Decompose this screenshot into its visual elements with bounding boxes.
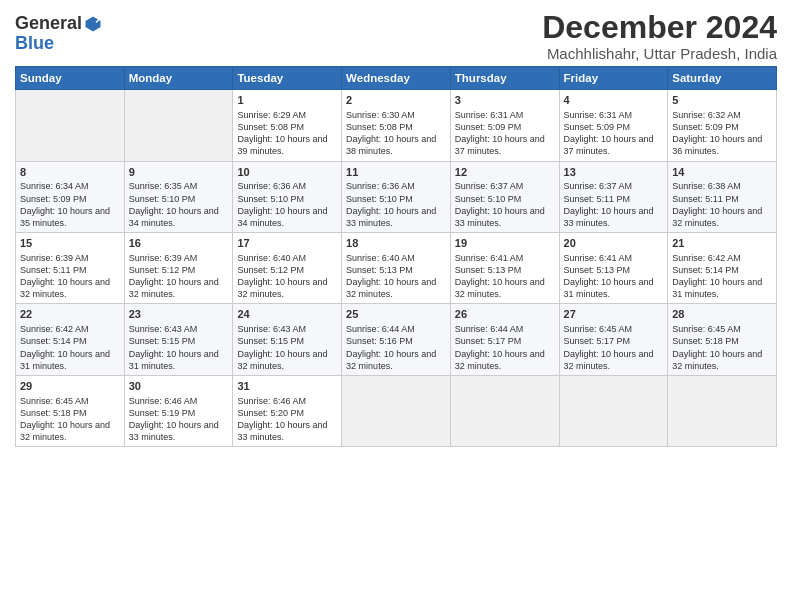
day-info: Sunrise: 6:41 AMSunset: 5:13 PMDaylight:… <box>564 253 654 299</box>
calendar-cell: 8Sunrise: 6:34 AMSunset: 5:09 PMDaylight… <box>16 161 125 232</box>
page-container: General Blue December 2024 Machhlishahr,… <box>0 0 792 455</box>
header: General Blue December 2024 Machhlishahr,… <box>15 10 777 62</box>
day-info: Sunrise: 6:43 AMSunset: 5:15 PMDaylight:… <box>237 324 327 370</box>
day-info: Sunrise: 6:40 AMSunset: 5:13 PMDaylight:… <box>346 253 436 299</box>
day-number: 22 <box>20 307 120 322</box>
day-number: 21 <box>672 236 772 251</box>
day-number: 17 <box>237 236 337 251</box>
day-number: 24 <box>237 307 337 322</box>
calendar-cell: 12Sunrise: 6:37 AMSunset: 5:10 PMDayligh… <box>450 161 559 232</box>
day-number: 12 <box>455 165 555 180</box>
calendar-cell: 9Sunrise: 6:35 AMSunset: 5:10 PMDaylight… <box>124 161 233 232</box>
calendar-cell: 19Sunrise: 6:41 AMSunset: 5:13 PMDayligh… <box>450 233 559 304</box>
calendar-cell <box>559 375 668 446</box>
day-number: 9 <box>129 165 229 180</box>
day-info: Sunrise: 6:31 AMSunset: 5:09 PMDaylight:… <box>455 110 545 156</box>
day-info: Sunrise: 6:45 AMSunset: 5:18 PMDaylight:… <box>20 396 110 442</box>
day-number: 23 <box>129 307 229 322</box>
calendar-cell: 23Sunrise: 6:43 AMSunset: 5:15 PMDayligh… <box>124 304 233 375</box>
day-number: 20 <box>564 236 664 251</box>
day-info: Sunrise: 6:41 AMSunset: 5:13 PMDaylight:… <box>455 253 545 299</box>
day-number: 3 <box>455 93 555 108</box>
col-friday: Friday <box>559 67 668 90</box>
day-info: Sunrise: 6:43 AMSunset: 5:15 PMDaylight:… <box>129 324 219 370</box>
calendar-cell: 4Sunrise: 6:31 AMSunset: 5:09 PMDaylight… <box>559 90 668 161</box>
title-block: December 2024 Machhlishahr, Uttar Prades… <box>542 10 777 62</box>
day-info: Sunrise: 6:37 AMSunset: 5:10 PMDaylight:… <box>455 181 545 227</box>
day-info: Sunrise: 6:37 AMSunset: 5:11 PMDaylight:… <box>564 181 654 227</box>
calendar-week-row: 8Sunrise: 6:34 AMSunset: 5:09 PMDaylight… <box>16 161 777 232</box>
day-info: Sunrise: 6:46 AMSunset: 5:19 PMDaylight:… <box>129 396 219 442</box>
subtitle: Machhlishahr, Uttar Pradesh, India <box>542 45 777 62</box>
day-info: Sunrise: 6:36 AMSunset: 5:10 PMDaylight:… <box>237 181 327 227</box>
calendar-cell <box>342 375 451 446</box>
day-info: Sunrise: 6:42 AMSunset: 5:14 PMDaylight:… <box>672 253 762 299</box>
day-number: 15 <box>20 236 120 251</box>
calendar-cell: 25Sunrise: 6:44 AMSunset: 5:16 PMDayligh… <box>342 304 451 375</box>
col-sunday: Sunday <box>16 67 125 90</box>
calendar-cell: 3Sunrise: 6:31 AMSunset: 5:09 PMDaylight… <box>450 90 559 161</box>
calendar-cell: 20Sunrise: 6:41 AMSunset: 5:13 PMDayligh… <box>559 233 668 304</box>
calendar-table: Sunday Monday Tuesday Wednesday Thursday… <box>15 66 777 447</box>
calendar-cell: 13Sunrise: 6:37 AMSunset: 5:11 PMDayligh… <box>559 161 668 232</box>
col-thursday: Thursday <box>450 67 559 90</box>
logo-text-blue: Blue <box>15 34 102 54</box>
calendar-cell: 31Sunrise: 6:46 AMSunset: 5:20 PMDayligh… <box>233 375 342 446</box>
calendar-cell: 11Sunrise: 6:36 AMSunset: 5:10 PMDayligh… <box>342 161 451 232</box>
day-number: 29 <box>20 379 120 394</box>
calendar-cell: 2Sunrise: 6:30 AMSunset: 5:08 PMDaylight… <box>342 90 451 161</box>
calendar-cell: 17Sunrise: 6:40 AMSunset: 5:12 PMDayligh… <box>233 233 342 304</box>
calendar-cell: 29Sunrise: 6:45 AMSunset: 5:18 PMDayligh… <box>16 375 125 446</box>
calendar-cell: 21Sunrise: 6:42 AMSunset: 5:14 PMDayligh… <box>668 233 777 304</box>
logo-text-general: General <box>15 14 82 34</box>
day-number: 8 <box>20 165 120 180</box>
day-info: Sunrise: 6:31 AMSunset: 5:09 PMDaylight:… <box>564 110 654 156</box>
calendar-cell <box>668 375 777 446</box>
calendar-cell: 5Sunrise: 6:32 AMSunset: 5:09 PMDaylight… <box>668 90 777 161</box>
day-info: Sunrise: 6:42 AMSunset: 5:14 PMDaylight:… <box>20 324 110 370</box>
day-number: 2 <box>346 93 446 108</box>
calendar-cell: 26Sunrise: 6:44 AMSunset: 5:17 PMDayligh… <box>450 304 559 375</box>
day-info: Sunrise: 6:44 AMSunset: 5:16 PMDaylight:… <box>346 324 436 370</box>
day-number: 28 <box>672 307 772 322</box>
day-number: 31 <box>237 379 337 394</box>
day-number: 19 <box>455 236 555 251</box>
calendar-cell: 30Sunrise: 6:46 AMSunset: 5:19 PMDayligh… <box>124 375 233 446</box>
day-number: 26 <box>455 307 555 322</box>
day-info: Sunrise: 6:32 AMSunset: 5:09 PMDaylight:… <box>672 110 762 156</box>
calendar-cell: 22Sunrise: 6:42 AMSunset: 5:14 PMDayligh… <box>16 304 125 375</box>
calendar-cell: 24Sunrise: 6:43 AMSunset: 5:15 PMDayligh… <box>233 304 342 375</box>
calendar-cell: 10Sunrise: 6:36 AMSunset: 5:10 PMDayligh… <box>233 161 342 232</box>
calendar-header-row: Sunday Monday Tuesday Wednesday Thursday… <box>16 67 777 90</box>
day-info: Sunrise: 6:30 AMSunset: 5:08 PMDaylight:… <box>346 110 436 156</box>
day-number: 30 <box>129 379 229 394</box>
calendar-cell: 28Sunrise: 6:45 AMSunset: 5:18 PMDayligh… <box>668 304 777 375</box>
calendar-cell: 1Sunrise: 6:29 AMSunset: 5:08 PMDaylight… <box>233 90 342 161</box>
day-number: 5 <box>672 93 772 108</box>
day-info: Sunrise: 6:34 AMSunset: 5:09 PMDaylight:… <box>20 181 110 227</box>
day-info: Sunrise: 6:44 AMSunset: 5:17 PMDaylight:… <box>455 324 545 370</box>
calendar-week-row: 22Sunrise: 6:42 AMSunset: 5:14 PMDayligh… <box>16 304 777 375</box>
day-number: 1 <box>237 93 337 108</box>
col-monday: Monday <box>124 67 233 90</box>
day-number: 14 <box>672 165 772 180</box>
day-number: 27 <box>564 307 664 322</box>
day-number: 25 <box>346 307 446 322</box>
day-number: 11 <box>346 165 446 180</box>
day-number: 4 <box>564 93 664 108</box>
day-info: Sunrise: 6:46 AMSunset: 5:20 PMDaylight:… <box>237 396 327 442</box>
calendar-week-row: 1Sunrise: 6:29 AMSunset: 5:08 PMDaylight… <box>16 90 777 161</box>
calendar-cell <box>16 90 125 161</box>
calendar-cell: 16Sunrise: 6:39 AMSunset: 5:12 PMDayligh… <box>124 233 233 304</box>
day-number: 13 <box>564 165 664 180</box>
calendar-week-row: 29Sunrise: 6:45 AMSunset: 5:18 PMDayligh… <box>16 375 777 446</box>
calendar-cell: 27Sunrise: 6:45 AMSunset: 5:17 PMDayligh… <box>559 304 668 375</box>
day-number: 18 <box>346 236 446 251</box>
col-saturday: Saturday <box>668 67 777 90</box>
day-info: Sunrise: 6:29 AMSunset: 5:08 PMDaylight:… <box>237 110 327 156</box>
calendar-cell: 18Sunrise: 6:40 AMSunset: 5:13 PMDayligh… <box>342 233 451 304</box>
day-number: 16 <box>129 236 229 251</box>
col-wednesday: Wednesday <box>342 67 451 90</box>
day-info: Sunrise: 6:39 AMSunset: 5:12 PMDaylight:… <box>129 253 219 299</box>
day-number: 10 <box>237 165 337 180</box>
